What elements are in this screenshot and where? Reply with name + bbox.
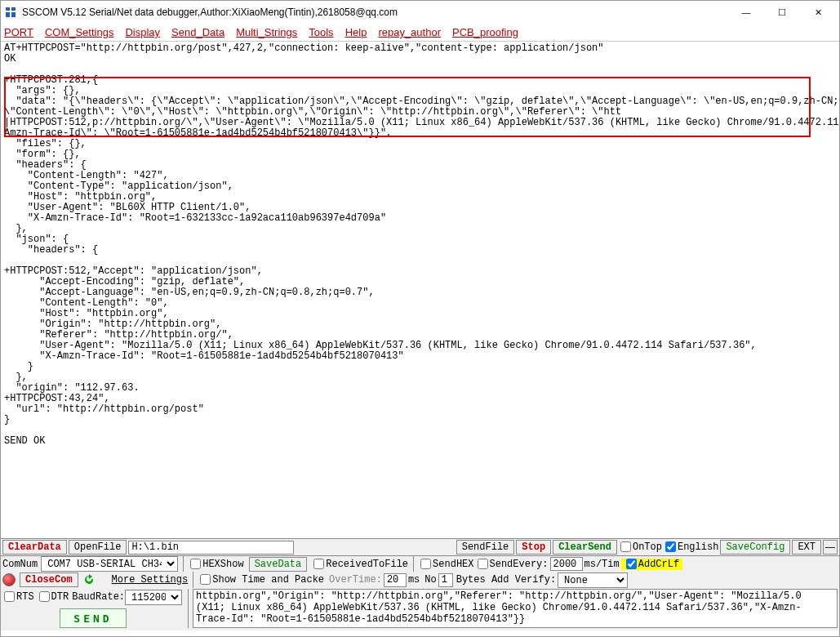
english-label[interactable]: English (664, 541, 718, 553)
ontop-label[interactable]: OnTop (619, 541, 662, 553)
hexshow-label[interactable]: HEXShow (189, 559, 243, 570)
clear-data-button[interactable]: ClearData (2, 540, 67, 555)
sendevery-label[interactable]: SendEvery: (476, 559, 549, 570)
verify-select[interactable]: None (558, 572, 628, 588)
hide-button[interactable]: — (823, 540, 838, 555)
received-to-file-label[interactable]: ReceivedToFile (312, 559, 408, 570)
refresh-icon[interactable] (82, 573, 96, 586)
comnum-label: ComNum (2, 559, 38, 570)
no-input[interactable] (438, 573, 453, 587)
sendhex-label[interactable]: SendHEX (419, 559, 473, 570)
send-text-input[interactable] (193, 589, 838, 628)
dtr-checkbox[interactable] (39, 591, 50, 602)
overtime-label: OverTime: (329, 574, 382, 586)
sendhex-checkbox[interactable] (420, 559, 431, 569)
window-controls: — ☐ ✕ (728, 1, 836, 24)
open-file-path[interactable] (128, 541, 294, 555)
maximize-button[interactable]: ☐ (764, 1, 800, 24)
status-indicator-icon (2, 573, 16, 586)
ms-label: ms (408, 574, 420, 586)
com-port-select[interactable]: COM7 USB-SERIAL CH340 (41, 556, 178, 572)
overtime-input[interactable] (384, 573, 407, 587)
showtime-label[interactable]: Show Time and Packe (198, 574, 324, 586)
menu-tools[interactable]: Tools (309, 26, 333, 38)
dtr-label[interactable]: DTR (38, 591, 69, 603)
more-settings-label[interactable]: More Settings (112, 574, 189, 586)
menu-repay-author[interactable]: repay_author (378, 26, 441, 38)
open-file-button[interactable]: OpenFile (69, 540, 127, 555)
toolbar-row-2: ComNum COM7 USB-SERIAL CH340 HEXShow Sav… (1, 555, 839, 572)
stop-button[interactable]: Stop (516, 540, 551, 555)
ext-button[interactable]: EXT (792, 540, 821, 555)
hexshow-checkbox[interactable] (190, 559, 201, 569)
close-com-button[interactable]: CloseCom (20, 572, 78, 587)
ontop-checkbox[interactable] (620, 541, 631, 552)
rts-checkbox[interactable] (4, 591, 15, 602)
save-config-button[interactable]: SaveConfig (720, 540, 790, 555)
no-label: No (424, 574, 436, 586)
control-panel: ClearData OpenFile SendFile Stop ClearSe… (1, 538, 839, 630)
toolbar-row-3: CloseCom More Settings Show Time and Pac… (1, 572, 839, 588)
menu-multi-strings[interactable]: Multi_Strings (236, 26, 297, 38)
menu-port[interactable]: PORT (4, 26, 33, 38)
received-to-file-checkbox[interactable] (313, 559, 324, 569)
rts-label[interactable]: RTS (2, 591, 34, 603)
addcrlf-checkbox[interactable] (626, 559, 637, 569)
save-data-button[interactable]: SaveData (249, 557, 308, 572)
baudrate-label: BaudRate: (72, 591, 125, 603)
terminal-output[interactable]: AT+HTTPCPOST="http://httpbin.org/post",4… (1, 42, 839, 538)
toolbar-row-1: ClearData OpenFile SendFile Stop ClearSe… (1, 539, 839, 555)
english-checkbox[interactable] (665, 541, 676, 552)
clear-send-button[interactable]: ClearSend (553, 540, 617, 555)
menu-com-settings[interactable]: COM_Settings (45, 26, 114, 38)
menubar: PORT COM_Settings Display Send_Data Mult… (1, 24, 839, 42)
app-icon (4, 6, 17, 19)
bytes-verify-label: Bytes Add Verify: (456, 574, 556, 586)
window-title: SSCOM V5.12 Serial/Net data debugger,Aut… (22, 7, 728, 18)
send-file-button[interactable]: SendFile (456, 540, 515, 555)
sendevery-checkbox[interactable] (478, 559, 488, 569)
menu-pcb-proofing[interactable]: PCB_proofing (452, 26, 518, 38)
svg-rect-2 (6, 11, 16, 12)
send-button[interactable]: SEND (60, 608, 127, 628)
menu-display[interactable]: Display (125, 26, 160, 38)
baudrate-select[interactable]: 115200 (125, 590, 182, 605)
mstim-label: ms/Tim (584, 559, 620, 570)
toolbar-row-4: RTS DTR BaudRate: 115200 SEND (1, 588, 839, 630)
titlebar: SSCOM V5.12 Serial/Net data debugger,Aut… (1, 1, 839, 24)
terminal-text: AT+HTTPCPOST="http://httpbin.org/post",4… (4, 42, 839, 447)
sendevery-input[interactable] (550, 557, 583, 571)
menu-send-data[interactable]: Send_Data (171, 26, 224, 38)
close-button[interactable]: ✕ (800, 1, 836, 24)
addcrlf-label[interactable]: AddCrLf (621, 559, 682, 570)
minimize-button[interactable]: — (728, 1, 764, 24)
menu-help[interactable]: Help (345, 26, 367, 38)
showtime-checkbox[interactable] (200, 574, 211, 585)
